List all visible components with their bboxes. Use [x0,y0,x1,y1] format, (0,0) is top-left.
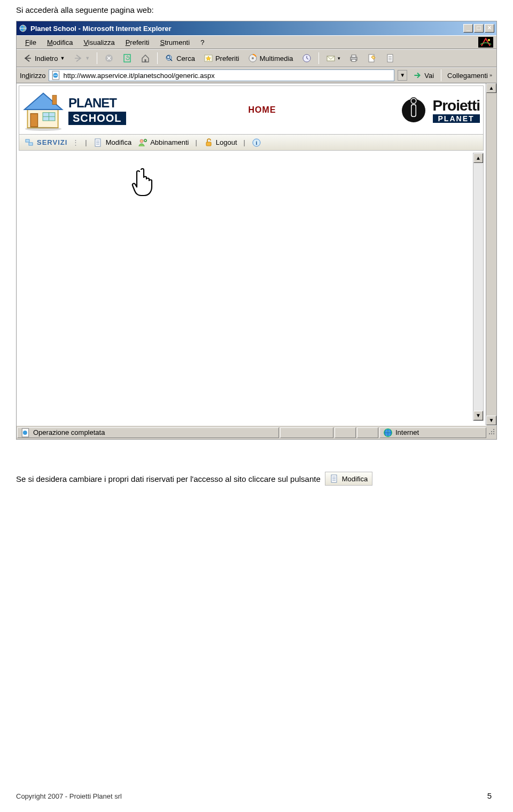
footer-sentence: Se si desidera cambiare i propri dati ri… [16,474,321,483]
svg-point-35 [140,139,143,143]
logout-button[interactable]: Logout [201,137,239,149]
favorites-label: Preferiti [215,54,239,63]
viewport: PLANET SCHOOL HOME [17,83,496,425]
toolbar-separator [441,69,441,81]
media-label: Multimedia [260,54,293,63]
back-arrow-icon [23,53,33,63]
info-icon: i [252,138,261,147]
toolbar-separator [157,52,158,64]
go-label: Vai [424,72,434,80]
logout-icon [204,138,213,147]
svg-point-30 [411,99,416,103]
scroll-track[interactable] [473,163,483,411]
scroll-track[interactable] [486,93,496,416]
copyright: Copyright 2007 - Proietti Planet srl [16,792,122,800]
nav-sep: | [85,138,87,146]
home-button[interactable] [137,52,153,65]
address-label: Indirizzo [20,72,45,80]
svg-rect-5 [145,59,146,62]
links-button[interactable]: Collegamenti » [446,71,493,81]
resize-grip-icon[interactable] [487,428,496,437]
status-pane [335,427,356,438]
back-button[interactable]: Indietro ▼ [20,52,68,65]
modifica-button[interactable]: Modifica [91,137,134,149]
discuss-button[interactable] [382,52,398,65]
svg-rect-24 [52,95,57,104]
handle-icon: ⋮ [72,138,79,146]
modifica-label: Modifica [106,138,131,146]
search-button[interactable]: Cerca [161,52,198,65]
address-field[interactable] [49,69,394,81]
school-label: SCHOOL [68,112,126,125]
back-dropdown-icon: ▼ [60,56,65,61]
abbinamenti-button[interactable]: Abbinamenti [136,137,191,149]
stop-icon [104,53,114,63]
refresh-icon [122,53,132,63]
search-label: Cerca [176,54,195,63]
svg-rect-32 [26,139,29,142]
scroll-down-icon[interactable]: ▼ [473,411,483,420]
svg-text:i: i [255,139,257,146]
status-pane [280,427,333,438]
zone-label: Internet [395,428,419,436]
media-button[interactable]: Multimedia [245,52,297,65]
maximize-button[interactable]: □ [474,24,484,33]
menu-modifica[interactable]: Modifica [42,37,78,48]
favorites-icon [204,53,213,63]
document-icon [385,53,395,63]
menu-file[interactable]: File [20,37,42,48]
chevron-icon: » [489,73,492,78]
logout-label: Logout [216,138,237,146]
svg-rect-44 [491,431,492,432]
history-button[interactable] [299,52,315,65]
servizi-button[interactable]: SERVIZI ⋮ [22,137,81,149]
edit-button[interactable] [364,52,380,65]
toolbar-separator [97,52,97,64]
internet-zone-icon [383,428,393,438]
menu-strumenti[interactable]: Strumenti [154,37,195,48]
nav-sep: | [244,138,245,146]
svg-rect-14 [352,55,356,57]
links-label: Collegamenti [447,72,488,80]
titlebar: Planet School - Microsoft Internet Explo… [17,21,496,35]
minimize-button[interactable]: _ [463,24,473,33]
mail-button[interactable]: ▾ [323,52,344,65]
scrollbar[interactable]: ▲ ▼ [486,83,496,425]
page-done-icon [21,428,30,438]
forward-button[interactable]: ▼ [70,52,93,65]
inner-scrollbar[interactable]: ▲ ▼ [473,153,484,421]
modifica-chip[interactable]: Modifica [325,472,372,486]
scroll-up-icon[interactable]: ▲ [473,153,483,163]
favorites-button[interactable]: Preferiti [200,52,243,65]
print-button[interactable] [346,52,362,65]
menu-visualizza[interactable]: Visualizza [78,37,120,48]
scroll-down-icon[interactable]: ▼ [486,416,496,425]
menu-preferiti[interactable]: Preferiti [120,37,155,48]
address-dropdown[interactable]: ▼ [398,70,407,81]
svg-point-25 [25,127,62,131]
close-button[interactable]: × [485,24,494,33]
scroll-up-icon[interactable]: ▲ [486,83,496,93]
status-pane [357,427,378,438]
print-icon [349,53,359,63]
browser-window: Planet School - Microsoft Internet Explo… [16,21,497,440]
status-text: Operazione completata [33,428,105,436]
svg-rect-48 [493,433,494,434]
house-icon [20,88,66,132]
url-input[interactable] [63,72,392,80]
menubar: File Modifica Visualizza Preferiti Strum… [17,35,496,49]
stop-button[interactable] [101,52,117,65]
proietti-label: Proietti [433,97,480,114]
menu-help[interactable]: ? [195,37,209,48]
user-add-icon [138,138,147,147]
refresh-button[interactable] [119,52,135,65]
svg-point-2 [488,39,490,41]
go-button[interactable]: Vai [410,69,436,81]
svg-rect-47 [491,433,492,434]
home-link[interactable]: HOME [126,105,399,115]
svg-rect-45 [493,431,494,432]
go-icon [413,71,422,80]
info-button[interactable]: i [250,137,263,149]
edit-icon [367,53,377,63]
planet-school-logo: PLANET SCHOOL [19,88,126,132]
